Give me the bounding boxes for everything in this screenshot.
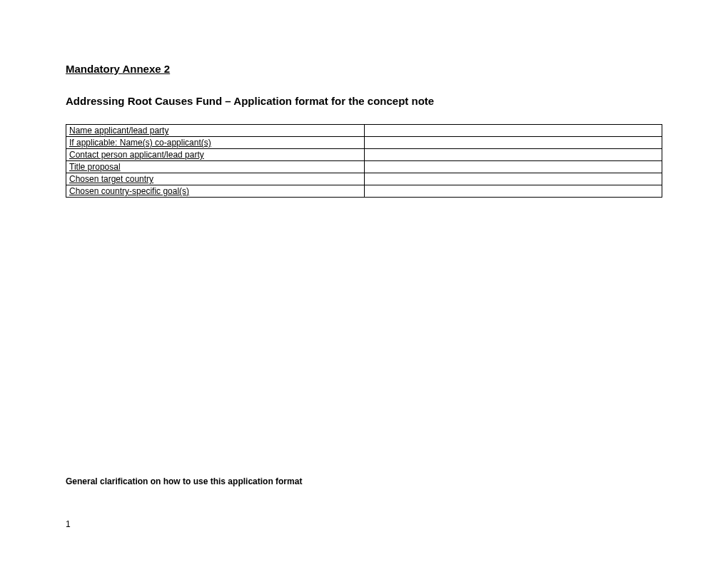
field-value: [364, 185, 662, 198]
application-form-table: Name applicant/lead party If applicable:…: [66, 124, 662, 198]
page-subtitle: Addressing Root Causes Fund – Applicatio…: [66, 95, 662, 107]
page-title-annexe: Mandatory Annexe 2: [66, 63, 662, 75]
table-row: Chosen country-specific goal(s): [66, 185, 662, 198]
field-label: Chosen target country: [66, 173, 365, 185]
clarification-heading: General clarification on how to use this…: [66, 476, 302, 486]
table-row: Name applicant/lead party: [66, 125, 662, 137]
field-value: [364, 137, 662, 149]
field-value: [364, 173, 662, 185]
field-value: [364, 149, 662, 161]
field-label: Chosen country-specific goal(s): [66, 185, 365, 198]
page-number: 1: [66, 519, 71, 529]
field-label: Contact person applicant/lead party: [66, 149, 365, 161]
table-row: Chosen target country: [66, 173, 662, 185]
table-row: Title proposal: [66, 161, 662, 173]
field-value: [364, 125, 662, 137]
table-row: Contact person applicant/lead party: [66, 149, 662, 161]
table-row: If applicable: Name(s) co-applicant(s): [66, 137, 662, 149]
field-value: [364, 161, 662, 173]
field-label: If applicable: Name(s) co-applicant(s): [66, 137, 365, 149]
field-label: Title proposal: [66, 161, 365, 173]
field-label: Name applicant/lead party: [66, 125, 365, 137]
